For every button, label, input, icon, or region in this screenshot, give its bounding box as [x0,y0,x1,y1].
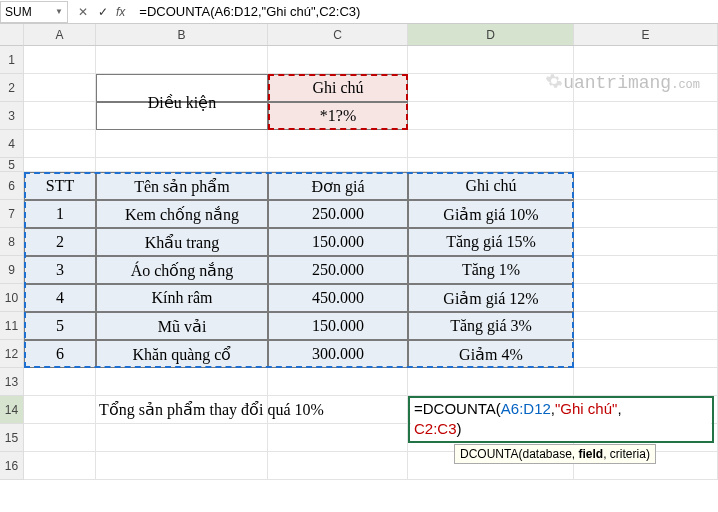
criteria-label-cell[interactable] [96,74,268,102]
select-all-corner[interactable] [0,24,24,46]
row-header[interactable]: 9 [0,256,24,284]
table-cell[interactable]: 150.000 [268,312,408,340]
name-box-value: SUM [5,5,32,19]
table-cell[interactable]: 5 [24,312,96,340]
table-cell[interactable]: Khăn quàng cổ [96,340,268,368]
criteria-field-cell[interactable]: Ghi chú [268,74,408,102]
table-cell[interactable]: 250.000 [268,200,408,228]
formula-bar: SUM ▼ ✕ ✓ fx [0,0,718,24]
criteria-label-cell[interactable] [96,102,268,130]
formula-bar-buttons: ✕ ✓ fx [68,5,133,19]
row-header[interactable]: 10 [0,284,24,312]
chevron-down-icon[interactable]: ▼ [55,7,63,16]
cancel-icon[interactable]: ✕ [76,5,90,19]
table-header[interactable]: Đơn giá [268,172,408,200]
row-headers: 1 2 3 4 5 6 7 8 9 10 11 12 13 14 15 16 [0,24,24,480]
table-cell[interactable]: 1 [24,200,96,228]
col-header[interactable]: A [24,24,96,45]
table-cell[interactable]: Tăng 1% [408,256,574,284]
row-header[interactable]: 11 [0,312,24,340]
table-cell[interactable]: Giảm giá 10% [408,200,574,228]
table-cell[interactable]: 3 [24,256,96,284]
col-header[interactable]: E [574,24,718,45]
spreadsheet-grid: 1 2 3 4 5 6 7 8 9 10 11 12 13 14 15 16 A… [0,24,718,480]
summary-label-cell[interactable]: Tổng sản phẩm thay đổi quá 10% [96,396,268,424]
table-cell[interactable]: Áo chống nắng [96,256,268,284]
row-header[interactable]: 3 [0,102,24,130]
table-cell[interactable]: 250.000 [268,256,408,284]
row-header[interactable]: 7 [0,200,24,228]
table-cell[interactable]: Tăng giá 3% [408,312,574,340]
row-header[interactable]: 1 [0,46,24,74]
table-cell[interactable]: 300.000 [268,340,408,368]
table-header[interactable]: Ghi chú [408,172,574,200]
table-cell[interactable]: 2 [24,228,96,256]
formula-cell-content: =DCOUNTA(A6:D12,"Ghi chú",C2:C3) [411,398,711,441]
table-cell[interactable]: Giảm 4% [408,340,574,368]
col-header[interactable]: C [268,24,408,45]
row-header[interactable]: 6 [0,172,24,200]
row-header[interactable]: 12 [0,340,24,368]
table-cell[interactable]: Khẩu trang [96,228,268,256]
col-header[interactable]: B [96,24,268,45]
row-header[interactable]: 2 [0,74,24,102]
table-cell[interactable]: 6 [24,340,96,368]
row-header[interactable]: 16 [0,452,24,480]
cells-area[interactable]: Ghi chú *1?% STT Tên sản phẩm Đơn giá Gh… [24,46,718,480]
column-headers: A B C D E [24,24,718,46]
table-header[interactable]: Tên sản phẩm [96,172,268,200]
function-tooltip[interactable]: DCOUNTA(database, field, criteria) [454,444,656,464]
table-cell[interactable]: Tăng giá 15% [408,228,574,256]
row-header[interactable]: 13 [0,368,24,396]
table-cell[interactable]: Kính râm [96,284,268,312]
table-cell[interactable]: 4 [24,284,96,312]
col-header[interactable]: D [408,24,574,45]
row-header[interactable]: 4 [0,130,24,158]
table-cell[interactable]: Giảm giá 12% [408,284,574,312]
table-cell[interactable]: 150.000 [268,228,408,256]
row-header[interactable]: 14 [0,396,24,424]
formula-input[interactable] [133,2,718,21]
table-cell[interactable]: Kem chống nắng [96,200,268,228]
table-header[interactable]: STT [24,172,96,200]
table-cell[interactable]: 450.000 [268,284,408,312]
table-cell[interactable]: Mũ vải [96,312,268,340]
row-header[interactable]: 15 [0,424,24,452]
fx-icon[interactable]: fx [116,5,125,19]
name-box[interactable]: SUM ▼ [0,1,68,23]
confirm-icon[interactable]: ✓ [96,5,110,19]
row-header[interactable]: 5 [0,158,24,172]
row-header[interactable]: 8 [0,228,24,256]
criteria-pattern-cell[interactable]: *1?% [268,102,408,130]
